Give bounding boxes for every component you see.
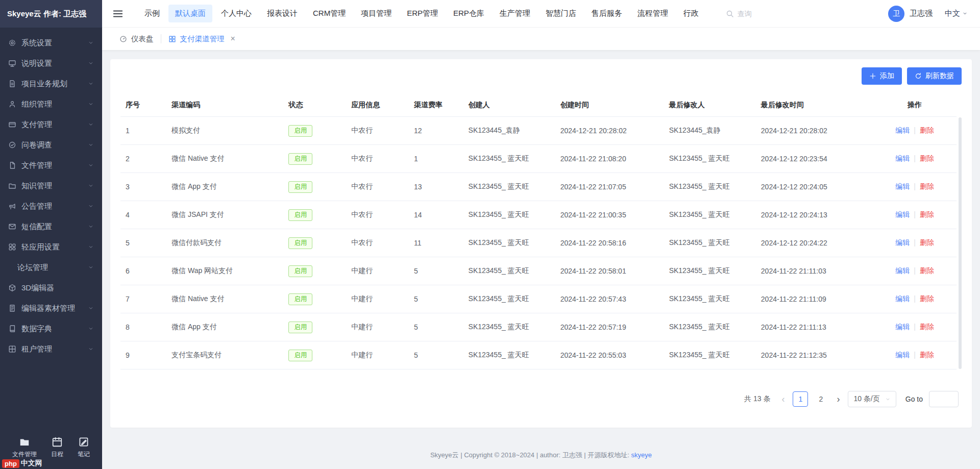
sidebar-item-数据字典[interactable]: 数据字典 (0, 318, 102, 339)
sidebar-item-论坛管理[interactable]: 论坛管理 (0, 257, 102, 278)
menu-toggle-icon[interactable] (112, 8, 124, 19)
nav-item-ERP管理[interactable]: ERP管理 (400, 5, 445, 22)
page-button-1[interactable]: 1 (793, 391, 808, 407)
delete-link[interactable]: 删除 (920, 323, 934, 331)
tab-支付渠道管理[interactable]: 支付渠道管理× (161, 28, 242, 50)
cell-creator: SK123455_ 蓝天旺 (463, 285, 555, 313)
sidebar-footer-文件管理[interactable]: 文件管理 (12, 436, 37, 459)
sidebar-item-组织管理[interactable]: 组织管理 (0, 94, 102, 114)
cell-modified: 2024-12-12 20:24:13 (756, 201, 873, 229)
cell-actions: 编辑|删除 (873, 229, 957, 257)
page-button-2[interactable]: 2 (813, 391, 828, 407)
nav-item-报表设计[interactable]: 报表设计 (260, 5, 304, 22)
chevron-down-icon (885, 397, 891, 402)
delete-link[interactable]: 删除 (920, 294, 934, 303)
search-input[interactable] (738, 10, 778, 18)
column-header-创建人: 创建人 (463, 94, 555, 117)
edit-link[interactable]: 编辑 (895, 351, 910, 359)
edit-link[interactable]: 编辑 (895, 210, 910, 218)
user-name[interactable]: 卫志强 (910, 9, 933, 18)
delete-link[interactable]: 删除 (920, 238, 934, 246)
user-area: 卫 卫志强 中文 (888, 6, 968, 22)
cell-code: 微信 JSAPI 支付 (166, 201, 283, 229)
language-selector[interactable]: 中文 (945, 9, 968, 18)
next-page-button[interactable]: › (835, 394, 842, 404)
cell-creator: SK123455_ 蓝天旺 (463, 229, 555, 257)
close-icon[interactable]: × (231, 35, 235, 43)
sidebar-item-label: 文件管理 (21, 161, 83, 170)
cell-creator: SK123455_ 蓝天旺 (463, 145, 555, 173)
refresh-button[interactable]: 刷新数据 (907, 67, 962, 85)
edit-link[interactable]: 编辑 (895, 154, 910, 162)
nav-item-行政[interactable]: 行政 (677, 5, 705, 22)
page-size-select[interactable]: 10 条/页 (848, 391, 896, 407)
payment-icon (8, 120, 16, 129)
grid-icon (168, 35, 176, 43)
edit-link[interactable]: 编辑 (895, 294, 910, 303)
sidebar-item-编辑器素材管理[interactable]: 编辑器素材管理 (0, 298, 102, 318)
footer-link[interactable]: skyeye (631, 451, 652, 459)
avatar[interactable]: 卫 (888, 6, 904, 22)
tab-仪表盘[interactable]: 仪表盘 (112, 28, 161, 50)
delete-link[interactable]: 删除 (920, 154, 934, 162)
sidebar-item-说明设置[interactable]: 说明设置 (0, 53, 102, 73)
delete-link[interactable]: 删除 (920, 210, 934, 218)
delete-link[interactable]: 删除 (920, 351, 934, 359)
sidebar-item-租户管理[interactable]: 租户管理 (0, 339, 102, 359)
sidebar-item-支付管理[interactable]: 支付管理 (0, 114, 102, 135)
sidebar-item-短信配置[interactable]: 短信配置 (0, 216, 102, 237)
cell-no: 3 (120, 173, 166, 201)
nav-item-项目管理[interactable]: 项目管理 (354, 5, 398, 22)
table-body: 1模拟支付启用中农行12SK123445_袁静2024-12-21 20:28:… (120, 117, 957, 369)
sidebar-item-问卷调查[interactable]: 问卷调查 (0, 135, 102, 155)
nav-item-个人中心[interactable]: 个人中心 (214, 5, 258, 22)
cell-app: 中农行 (346, 173, 409, 201)
doc-icon (8, 80, 16, 88)
cell-app: 中农行 (346, 229, 409, 257)
search-box[interactable] (726, 10, 778, 18)
sidebar-item-轻应用设置[interactable]: 轻应用设置 (0, 237, 102, 257)
tab-bar-tabs: 仪表盘支付渠道管理× (112, 28, 242, 50)
sidebar-item-文件管理[interactable]: 文件管理 (0, 155, 102, 176)
sidebar-item-项目业务规划[interactable]: 项目业务规划 (0, 73, 102, 94)
edit-link[interactable]: 编辑 (895, 182, 910, 190)
sidebar-item-知识管理[interactable]: 知识管理 (0, 176, 102, 196)
cell-actions: 编辑|删除 (873, 201, 957, 229)
sidebar-item-系统设置[interactable]: 系统设置 (0, 33, 102, 53)
status-badge: 启用 (288, 181, 312, 193)
chevron-down-icon (88, 244, 94, 250)
add-button[interactable]: 添加 (862, 67, 902, 85)
pagination-total: 共 13 条 (744, 394, 770, 404)
nav-item-示例[interactable]: 示例 (138, 5, 166, 22)
sidebar-footer-笔记[interactable]: 笔记 (78, 436, 90, 459)
delete-link[interactable]: 删除 (920, 266, 934, 275)
nav-item-生产管理[interactable]: 生产管理 (493, 5, 537, 22)
sidebar-item-公告管理[interactable]: 公告管理 (0, 196, 102, 216)
nav-item-流程管理[interactable]: 流程管理 (631, 5, 675, 22)
footer-text: Skyeye云 | Copyright © 2018~2024 | author… (430, 451, 629, 459)
table-scrollbar[interactable] (959, 117, 962, 369)
prev-page-button[interactable]: ‹ (779, 394, 787, 404)
delete-link[interactable]: 删除 (920, 182, 934, 190)
cell-code: 模拟支付 (166, 117, 283, 145)
sidebar: Skyeye云 作者: 卫志强 系统设置说明设置项目业务规划组织管理支付管理问卷… (0, 0, 102, 469)
nav-item-ERP仓库[interactable]: ERP仓库 (447, 5, 491, 22)
note-icon (78, 436, 89, 448)
edit-link[interactable]: 编辑 (895, 266, 910, 275)
action-separator: | (914, 266, 916, 275)
edit-link[interactable]: 编辑 (895, 126, 910, 134)
cell-rate: 5 (409, 313, 463, 341)
edit-link[interactable]: 编辑 (895, 238, 910, 246)
cell-modified: 2024-11-22 21:11:09 (756, 285, 873, 313)
app-root: Skyeye云 作者: 卫志强 系统设置说明设置项目业务规划组织管理支付管理问卷… (0, 0, 980, 469)
nav-item-默认桌面[interactable]: 默认桌面 (168, 5, 212, 22)
nav-item-CRM管理[interactable]: CRM管理 (306, 5, 352, 22)
nav-item-智慧门店[interactable]: 智慧门店 (539, 5, 583, 22)
sidebar-item-3D编辑器[interactable]: 3D编辑器 (0, 278, 102, 298)
goto-page-input[interactable] (929, 391, 959, 407)
column-header-应用信息: 应用信息 (346, 94, 409, 117)
edit-link[interactable]: 编辑 (895, 323, 910, 331)
delete-link[interactable]: 删除 (920, 126, 934, 134)
sidebar-footer-日程[interactable]: 日程 (51, 436, 63, 459)
nav-item-售后服务[interactable]: 售后服务 (585, 5, 629, 22)
